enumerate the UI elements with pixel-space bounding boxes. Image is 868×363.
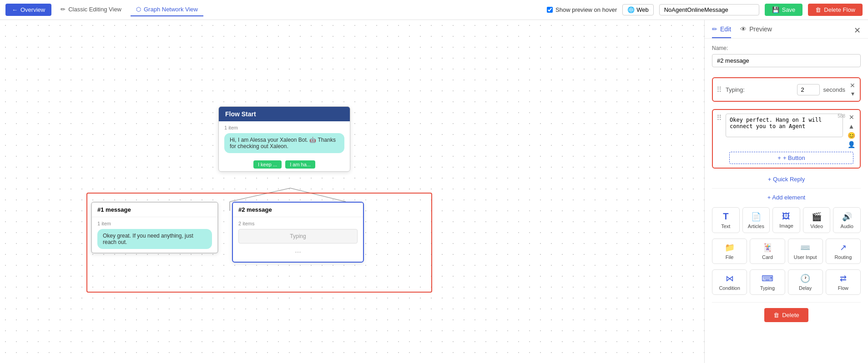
name-input[interactable]	[712, 54, 861, 67]
text-close-btn[interactable]: ✕	[848, 114, 855, 121]
flow-start-header: Flow Start	[219, 107, 350, 121]
add-element-action[interactable]: + Add element	[705, 190, 868, 204]
separator1	[712, 188, 861, 189]
main-layout: Flow Start 1 item Hi, I am Alessa your X…	[0, 20, 868, 363]
msg2-body: 2 items Typing ···	[233, 217, 363, 262]
element-image[interactable]: 🖼 Image	[772, 207, 800, 233]
element-file[interactable]: 📁 File	[712, 239, 747, 264]
typing-chevron-btn[interactable]: ▾	[849, 90, 856, 97]
element-delay[interactable]: 🕐 Delay	[788, 269, 823, 295]
right-panel: ✕ ✏ Edit 👁 Preview Name: ⠿ Typing:	[704, 20, 868, 363]
eye-icon: 👁	[740, 25, 747, 33]
trash-icon: 🗑	[815, 6, 821, 13]
element-typing[interactable]: ⌨ Typing	[750, 269, 785, 295]
graph-network-tab[interactable]: ⬡ Graph Network View	[131, 3, 203, 16]
delay-icon: 🕐	[800, 273, 810, 283]
edit-tab[interactable]: ✏ Edit	[712, 25, 731, 38]
typing-close-btn[interactable]: ✕	[849, 82, 856, 89]
element-user-input[interactable]: ⌨️ User Input	[788, 239, 823, 264]
panel-tabs: ✏ Edit 👁 Preview	[705, 20, 868, 39]
pencil-icon: ✏	[61, 6, 66, 13]
typing-box: Typing	[238, 229, 358, 244]
add-button-btn[interactable]: + + Button	[729, 152, 853, 164]
text-card-actions: ✕ ▲ 😊 👤	[847, 114, 856, 148]
edit-icon: ✏	[712, 25, 717, 33]
element-video[interactable]: 🎬 Video	[803, 207, 831, 233]
card-icon: 🃏	[762, 243, 772, 253]
flow-start-node[interactable]: Flow Start 1 item Hi, I am Alessa your X…	[218, 106, 350, 172]
preview-tab[interactable]: 👁 Preview	[740, 25, 772, 38]
header-right: Show preview on hover 🌐 Web 💾 Save 🗑 Del…	[547, 4, 863, 16]
msg2-node[interactable]: #2 message 2 items Typing ···	[232, 202, 364, 263]
text-content-input[interactable]: Okey perfect. Hang on I will connect you…	[726, 114, 843, 137]
separator2	[712, 302, 861, 303]
msg1-node[interactable]: #1 message 1 item Okey great. If you nee…	[91, 202, 218, 254]
element-card[interactable]: 🃏 Card	[750, 239, 785, 264]
flow-icon: ⇄	[840, 273, 847, 283]
typing-element-card: ⠿ Typing: seconds ✕ ▾	[712, 77, 861, 102]
quick-reply-action[interactable]: + Quick Reply	[705, 172, 868, 186]
element-audio[interactable]: 🔊 Audio	[833, 207, 861, 233]
btn-i-am-ha[interactable]: I am ha...	[285, 160, 315, 169]
show-preview-checkbox[interactable]	[547, 7, 553, 13]
graph-icon: ⬡	[136, 6, 141, 13]
text-element-card: ⠿ Okey perfect. Hang on I will connect y…	[712, 109, 861, 169]
overview-button[interactable]: ← Overview	[5, 4, 51, 16]
drag-handle-text[interactable]: ⠿	[717, 114, 722, 148]
show-preview-label[interactable]: Show preview on hover	[547, 6, 617, 13]
element-text[interactable]: T Text	[712, 207, 740, 233]
panel-close-button[interactable]: ✕	[850, 24, 864, 37]
arrow-left-icon: ←	[12, 6, 18, 13]
file-icon: 📁	[725, 243, 735, 253]
plus-icon: +	[777, 154, 781, 161]
audio-icon: 🔊	[842, 212, 852, 222]
name-label: Name:	[712, 45, 861, 51]
flow-start-buttons: I keep ... I am ha...	[219, 157, 350, 171]
text-icon: T	[723, 211, 728, 222]
web-button[interactable]: 🌐 Web	[622, 4, 654, 15]
articles-icon: 📄	[751, 212, 761, 222]
connectors-svg	[0, 20, 704, 363]
condition-icon: ⋈	[726, 273, 734, 283]
delete-flow-button[interactable]: 🗑 Delete Flow	[808, 4, 863, 16]
canvas[interactable]: Flow Start 1 item Hi, I am Alessa your X…	[0, 20, 704, 363]
typing-seconds-input[interactable]	[797, 84, 820, 95]
btn-i-keep[interactable]: I keep ...	[253, 160, 282, 169]
typing-card-actions: ✕ ▾	[849, 82, 856, 97]
element-articles[interactable]: 📄 Articles	[742, 207, 770, 233]
element-grid-mid: 📁 File 🃏 Card ⌨️ User Input ↗ Routing	[705, 239, 868, 269]
typing-card-label: Typing:	[726, 86, 793, 93]
text-emoji-btn[interactable]: 😊	[847, 132, 856, 139]
flow-start-bubble: Hi, I am Alessa your Xaleon Bot. 🤖 Thank…	[224, 133, 344, 153]
text-area-wrap: Okey perfect. Hang on I will connect you…	[726, 114, 843, 148]
typing-card-inner: ⠿ Typing: seconds ✕ ▾	[717, 82, 856, 97]
char-count: 588	[838, 114, 845, 119]
drag-handle-typing[interactable]: ⠿	[717, 85, 722, 94]
delete-node-button[interactable]: 🗑 Delete	[764, 308, 808, 322]
element-grid-bot: ⋈ Condition ⌨ Typing 🕐 Delay ⇄ Flow	[705, 269, 868, 300]
element-grid-top: T Text 📄 Articles 🖼 Image 🎬 Video 🔊 Audi…	[705, 204, 868, 239]
text-person-btn[interactable]: 👤	[847, 141, 856, 148]
svg-line-0	[230, 188, 290, 202]
header: ← Overview ✏ Classic Editing View ⬡ Grap…	[0, 0, 868, 20]
trash-icon-panel: 🗑	[773, 312, 779, 318]
flow-start-body: 1 item Hi, I am Alessa your Xaleon Bot. …	[219, 121, 350, 157]
flow-name-input[interactable]	[659, 4, 759, 15]
save-icon: 💾	[772, 6, 779, 13]
user-input-icon: ⌨️	[800, 243, 810, 253]
element-routing[interactable]: ↗ Routing	[826, 239, 861, 264]
classic-editing-tab[interactable]: ✏ Classic Editing View	[55, 3, 127, 16]
typing-card-field: seconds	[797, 84, 845, 95]
seconds-label: seconds	[823, 86, 845, 93]
globe-icon: 🌐	[627, 6, 635, 13]
msg2-header: #2 message	[233, 203, 363, 217]
element-condition[interactable]: ⋈ Condition	[712, 269, 747, 295]
image-icon: 🖼	[782, 212, 790, 221]
svg-line-1	[290, 188, 346, 202]
video-icon: 🎬	[812, 212, 822, 222]
typing-icon: ⌨	[762, 273, 773, 283]
text-up-btn[interactable]: ▲	[848, 123, 856, 130]
element-flow[interactable]: ⇄ Flow	[826, 269, 861, 295]
save-button[interactable]: 💾 Save	[765, 4, 803, 16]
panel-bottom: 🗑 Delete	[705, 304, 868, 329]
